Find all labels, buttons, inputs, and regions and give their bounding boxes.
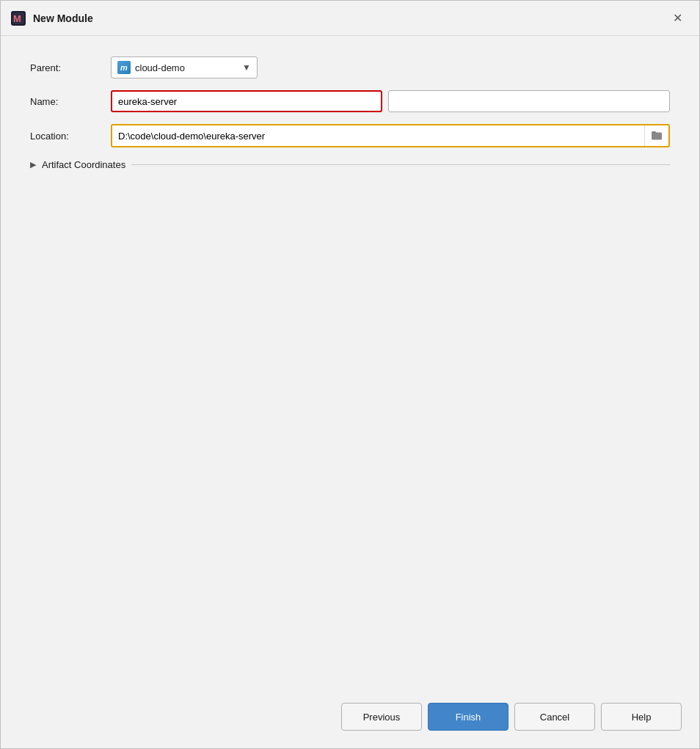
parent-row: Parent: m cloud-demo ▼: [30, 56, 670, 78]
svg-text:M: M: [13, 13, 21, 24]
artifact-section: ▶ Artifact Coordinates: [30, 159, 670, 170]
name-row: Name:: [30, 90, 670, 112]
folder-icon: [651, 130, 663, 142]
dialog-content: Parent: m cloud-demo ▼ Name: Location:: [1, 36, 699, 691]
location-input[interactable]: [112, 128, 644, 145]
finish-button[interactable]: Finish: [428, 703, 508, 731]
location-row: Location:: [30, 124, 670, 147]
artifact-divider: [131, 164, 670, 165]
location-input-wrapper: [111, 124, 670, 147]
chevron-down-icon: ▼: [242, 62, 251, 73]
location-label: Location:: [30, 131, 111, 142]
name-secondary-input[interactable]: [388, 90, 670, 112]
footer: Previous Finish Cancel Help: [1, 691, 699, 748]
parent-controls: m cloud-demo ▼: [111, 56, 670, 78]
previous-button[interactable]: Previous: [341, 703, 422, 731]
dialog-icon: M: [10, 10, 27, 27]
location-browse-button[interactable]: [644, 125, 668, 146]
name-controls: [111, 90, 670, 112]
new-module-dialog: M New Module ✕ Parent: m cloud-demo ▼ Na…: [0, 0, 700, 749]
maven-icon: m: [117, 61, 131, 74]
parent-value: cloud-demo: [135, 62, 238, 73]
artifact-coordinates-label[interactable]: Artifact Coordinates: [42, 159, 125, 170]
title-bar-left: M New Module: [10, 10, 93, 27]
cancel-button[interactable]: Cancel: [514, 703, 595, 731]
dialog-title: New Module: [33, 12, 93, 24]
name-label: Name:: [30, 96, 111, 107]
parent-dropdown[interactable]: m cloud-demo ▼: [111, 56, 258, 78]
close-button[interactable]: ✕: [667, 8, 688, 29]
title-bar: M New Module ✕: [1, 1, 699, 36]
artifact-expand-arrow[interactable]: ▶: [30, 160, 36, 169]
help-button[interactable]: Help: [601, 703, 682, 731]
name-input[interactable]: [111, 90, 382, 112]
parent-label: Parent:: [30, 62, 111, 73]
